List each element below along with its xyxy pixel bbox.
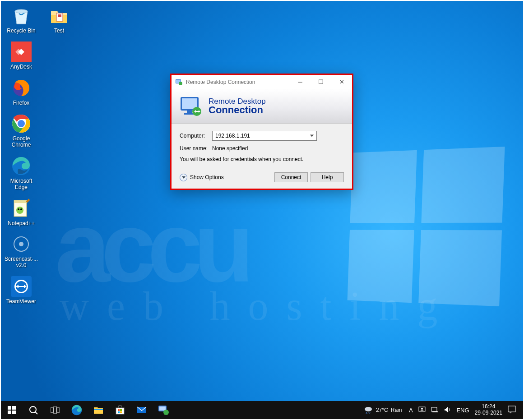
svg-line-48 <box>366 412 366 414</box>
taskbar-rdc[interactable] <box>153 401 174 420</box>
svg-rect-40 <box>120 409 122 411</box>
edge-icon <box>11 156 32 176</box>
desktop-icon-recycle-bin[interactable]: Recycle Bin <box>4 5 39 35</box>
minimize-button[interactable]: ─ <box>290 75 311 89</box>
svg-rect-32 <box>51 408 53 412</box>
desktop-icon-label: TeamViewer <box>6 299 36 305</box>
language-indicator[interactable]: ENG <box>456 407 469 414</box>
clock-date: 29-09-2021 <box>475 410 502 416</box>
svg-point-8 <box>16 207 23 214</box>
svg-rect-55 <box>508 406 515 412</box>
desktop-icon-edge[interactable]: Microsoft Edge <box>4 155 39 192</box>
rdc-banner: Remote Desktop Connection <box>172 89 352 124</box>
search-button[interactable] <box>23 401 44 420</box>
svg-point-9 <box>18 208 19 210</box>
taskbar-store[interactable] <box>109 401 131 420</box>
svg-rect-26 <box>8 406 11 410</box>
svg-point-0 <box>15 9 28 13</box>
desktop-icon-firefox[interactable]: Firefox <box>4 77 39 107</box>
weather-rain-icon <box>363 405 373 415</box>
desktop-icon-label: Firefox <box>13 100 30 106</box>
desktop-icon-label: Microsoft Edge <box>4 178 38 191</box>
show-options-label: Show Options <box>190 174 224 180</box>
taskbar-file-explorer[interactable] <box>88 401 109 420</box>
volume-icon[interactable] <box>444 406 451 415</box>
tray-overflow-button[interactable]: ᐱ <box>409 407 413 414</box>
svg-point-20 <box>179 82 182 85</box>
banner-title-2: Connection <box>209 104 266 116</box>
desktop[interactable]: accu web hosting Recycle Bin <box>0 0 524 420</box>
svg-point-46 <box>163 410 169 415</box>
window-title: Remote Desktop Connection <box>186 79 290 85</box>
username-label: User name: <box>180 145 212 152</box>
start-button[interactable] <box>1 401 23 420</box>
svg-line-31 <box>35 412 37 414</box>
svg-rect-17 <box>58 14 61 17</box>
taskbar-mail[interactable] <box>131 401 153 420</box>
svg-rect-28 <box>8 411 11 414</box>
anydesk-icon <box>11 42 32 62</box>
taskbar-weather[interactable]: 27°C Rain <box>363 405 402 415</box>
teamviewer-icon <box>11 276 32 297</box>
maximize-button[interactable]: ☐ <box>311 75 331 89</box>
desktop-icon-label: Notepad++ <box>8 221 34 227</box>
svg-rect-34 <box>57 408 60 412</box>
svg-point-52 <box>421 408 423 410</box>
close-button[interactable]: ✕ <box>331 75 352 89</box>
svg-rect-27 <box>12 406 16 410</box>
computer-combobox[interactable]: 192.168.1.191 <box>212 131 317 141</box>
svg-rect-45 <box>159 406 166 411</box>
taskbar-clock[interactable]: 16:24 29-09-2021 <box>475 404 502 416</box>
desktop-icon-label: Screencast-... v2.0 <box>4 256 38 269</box>
desktop-icon-chrome[interactable]: Google Chrome <box>4 112 39 149</box>
help-button[interactable]: Help <box>311 172 344 182</box>
desktop-icon-test-folder[interactable]: Test <box>42 5 77 35</box>
svg-rect-7 <box>14 200 27 203</box>
watermark-subtitle: web hosting <box>60 283 455 329</box>
network-icon[interactable] <box>431 406 438 415</box>
svg-rect-39 <box>118 409 120 411</box>
taskbar: 27°C Rain ᐱ ENG 16:24 29-09-2021 <box>0 401 524 420</box>
svg-rect-29 <box>12 411 16 414</box>
svg-point-10 <box>20 208 22 210</box>
svg-point-47 <box>365 407 372 411</box>
desktop-icon-notepadpp[interactable]: Notepad++ <box>4 197 39 228</box>
rdc-banner-icon <box>179 94 203 119</box>
desktop-icon-label: Google Chrome <box>4 136 38 148</box>
svg-rect-36 <box>94 409 103 410</box>
desktop-icon-label: Test <box>54 28 64 34</box>
screencast-icon <box>11 234 32 254</box>
taskbar-edge[interactable] <box>66 401 88 420</box>
computer-value: 192.168.1.191 <box>215 133 250 139</box>
titlebar[interactable]: Remote Desktop Connection ─ ☐ ✕ <box>172 75 352 89</box>
weather-temp: 27°C <box>376 407 388 413</box>
svg-point-13 <box>19 242 23 246</box>
svg-line-11 <box>27 199 29 202</box>
task-view-button[interactable] <box>44 401 66 420</box>
username-value: None specified <box>212 145 248 152</box>
connect-button[interactable]: Connect <box>274 172 308 182</box>
svg-rect-53 <box>431 407 437 411</box>
svg-point-30 <box>30 406 36 413</box>
rdc-app-icon <box>175 78 182 86</box>
desktop-icons-column-2: Test <box>42 5 77 35</box>
svg-line-50 <box>370 412 370 414</box>
desktop-icon-screencast[interactable]: Screencast-... v2.0 <box>4 233 39 270</box>
notepadpp-icon <box>11 198 32 219</box>
computer-label: Computer: <box>180 133 212 139</box>
svg-rect-23 <box>187 111 192 113</box>
people-icon[interactable] <box>418 406 426 415</box>
recycle-bin-icon <box>11 5 32 26</box>
desktop-icon-anydesk[interactable]: AnyDesk <box>4 41 39 71</box>
svg-rect-54 <box>432 411 438 412</box>
clock-time: 16:24 <box>475 404 502 410</box>
windows-background-logo <box>348 147 505 306</box>
chrome-icon <box>11 113 32 134</box>
notifications-button[interactable] <box>508 406 516 415</box>
chevron-down-icon <box>180 174 187 181</box>
desktop-icon-label: AnyDesk <box>10 64 32 70</box>
svg-line-49 <box>368 412 368 414</box>
show-options-toggle[interactable]: Show Options <box>180 174 224 181</box>
svg-rect-42 <box>120 411 122 413</box>
desktop-icon-teamviewer[interactable]: TeamViewer <box>4 275 39 306</box>
